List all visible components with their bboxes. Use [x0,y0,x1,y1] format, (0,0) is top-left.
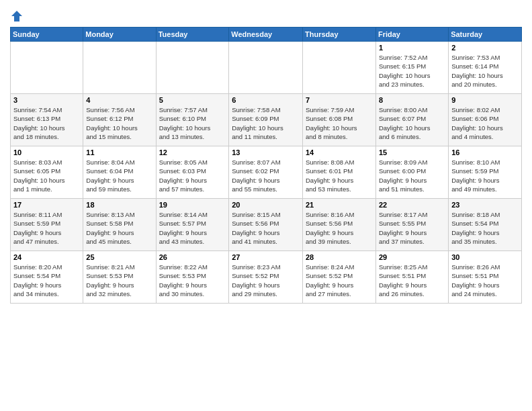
day-number: 16 [451,148,519,156]
calendar-day-cell: 17Sunrise: 8:11 AMSunset: 5:59 PMDayligh… [11,199,83,251]
day-info: Sunrise: 8:18 AMSunset: 5:54 PMDaylight:… [451,210,519,246]
day-info: Sunrise: 8:23 AMSunset: 5:52 PMDaylight:… [232,263,300,298]
day-number: 6 [232,96,300,104]
day-number: 22 [379,201,445,209]
day-info: Sunrise: 8:11 AMSunset: 5:59 PMDaylight:… [13,210,80,246]
day-number: 24 [13,253,80,261]
day-number: 13 [232,148,300,156]
calendar-day-cell: 15Sunrise: 8:09 AMSunset: 6:00 PMDayligh… [375,146,448,199]
calendar-week-row: 10Sunrise: 8:03 AMSunset: 6:05 PMDayligh… [11,146,522,199]
day-number: 3 [13,96,80,104]
day-number: 2 [451,44,519,52]
day-info: Sunrise: 8:07 AMSunset: 6:02 PMDaylight:… [232,158,300,193]
calendar-day-cell [83,42,156,94]
calendar-day-cell [302,42,375,94]
day-number: 9 [451,96,519,104]
day-number: 5 [159,96,226,104]
day-number: 23 [451,201,519,209]
calendar-week-row: 17Sunrise: 8:11 AMSunset: 5:59 PMDayligh… [11,199,522,251]
calendar-day-cell: 3Sunrise: 7:54 AMSunset: 6:13 PMDaylight… [11,94,83,146]
calendar-week-row: 24Sunrise: 8:20 AMSunset: 5:54 PMDayligh… [11,251,522,304]
day-info: Sunrise: 8:05 AMSunset: 6:03 PMDaylight:… [159,158,226,193]
day-number: 21 [306,201,373,209]
day-info: Sunrise: 8:03 AMSunset: 6:05 PMDaylight:… [13,158,80,193]
calendar-day-cell: 12Sunrise: 8:05 AMSunset: 6:03 PMDayligh… [156,146,229,199]
day-number: 12 [159,148,226,156]
day-info: Sunrise: 8:02 AMSunset: 6:06 PMDaylight:… [451,105,519,141]
calendar-day-cell: 9Sunrise: 8:02 AMSunset: 6:06 PMDaylight… [449,94,522,146]
calendar-day-cell: 13Sunrise: 8:07 AMSunset: 6:02 PMDayligh… [229,146,303,199]
day-number: 27 [232,253,300,261]
calendar-day-cell: 7Sunrise: 7:59 AMSunset: 6:08 PMDaylight… [302,94,375,146]
day-info: Sunrise: 7:53 AMSunset: 6:14 PMDaylight:… [451,53,519,89]
day-number: 7 [306,96,373,104]
calendar-day-cell: 14Sunrise: 8:08 AMSunset: 6:01 PMDayligh… [302,146,375,199]
logo [10,9,26,23]
day-number: 26 [159,253,226,261]
day-info: Sunrise: 8:20 AMSunset: 5:54 PMDaylight:… [13,263,80,298]
day-info: Sunrise: 8:09 AMSunset: 6:00 PMDaylight:… [379,158,445,193]
day-info: Sunrise: 8:22 AMSunset: 5:53 PMDaylight:… [159,263,226,298]
calendar-day-cell: 16Sunrise: 8:10 AMSunset: 5:59 PMDayligh… [449,146,522,199]
day-number: 14 [306,148,373,156]
calendar-header-row: SundayMondayTuesdayWednesdayThursdayFrid… [11,28,522,42]
day-info: Sunrise: 8:24 AMSunset: 5:52 PMDaylight:… [306,263,373,298]
day-info: Sunrise: 8:04 AMSunset: 6:04 PMDaylight:… [86,158,152,193]
header [10,7,522,23]
calendar-day-cell [229,42,303,94]
day-info: Sunrise: 8:21 AMSunset: 5:53 PMDaylight:… [86,263,152,298]
calendar-day-cell: 21Sunrise: 8:16 AMSunset: 5:56 PMDayligh… [302,199,375,251]
day-info: Sunrise: 8:26 AMSunset: 5:51 PMDaylight:… [451,263,519,298]
day-number: 20 [232,201,300,209]
logo-icon [10,9,24,23]
calendar-day-cell: 29Sunrise: 8:25 AMSunset: 5:51 PMDayligh… [375,251,448,304]
calendar-day-cell [11,42,83,94]
day-info: Sunrise: 8:15 AMSunset: 5:56 PMDaylight:… [232,210,300,246]
day-info: Sunrise: 8:16 AMSunset: 5:56 PMDaylight:… [306,210,373,246]
page: SundayMondayTuesdayWednesdayThursdayFrid… [0,0,532,411]
calendar-day-header: Saturday [449,28,522,42]
calendar-day-cell: 18Sunrise: 8:13 AMSunset: 5:58 PMDayligh… [83,199,156,251]
day-number: 8 [379,96,445,104]
calendar-day-cell: 30Sunrise: 8:26 AMSunset: 5:51 PMDayligh… [449,251,522,304]
calendar-day-cell: 27Sunrise: 8:23 AMSunset: 5:52 PMDayligh… [229,251,303,304]
day-info: Sunrise: 7:52 AMSunset: 6:15 PMDaylight:… [379,53,445,89]
day-number: 28 [306,253,373,261]
day-info: Sunrise: 7:59 AMSunset: 6:08 PMDaylight:… [306,105,373,141]
calendar-week-row: 1Sunrise: 7:52 AMSunset: 6:15 PMDaylight… [11,42,522,94]
calendar-day-cell: 11Sunrise: 8:04 AMSunset: 6:04 PMDayligh… [83,146,156,199]
day-number: 17 [13,201,80,209]
calendar-day-cell: 22Sunrise: 8:17 AMSunset: 5:55 PMDayligh… [375,199,448,251]
calendar-day-cell: 28Sunrise: 8:24 AMSunset: 5:52 PMDayligh… [302,251,375,304]
day-number: 18 [86,201,152,209]
calendar: SundayMondayTuesdayWednesdayThursdayFrid… [10,27,522,304]
day-info: Sunrise: 8:13 AMSunset: 5:58 PMDaylight:… [86,210,152,246]
day-info: Sunrise: 8:10 AMSunset: 5:59 PMDaylight:… [451,158,519,193]
day-number: 4 [86,96,152,104]
calendar-day-header: Thursday [302,28,375,42]
calendar-day-cell: 26Sunrise: 8:22 AMSunset: 5:53 PMDayligh… [156,251,229,304]
day-number: 1 [379,44,445,52]
day-info: Sunrise: 8:08 AMSunset: 6:01 PMDaylight:… [306,158,373,193]
calendar-day-cell: 20Sunrise: 8:15 AMSunset: 5:56 PMDayligh… [229,199,303,251]
day-number: 29 [379,253,445,261]
calendar-day-cell: 24Sunrise: 8:20 AMSunset: 5:54 PMDayligh… [11,251,83,304]
calendar-day-cell: 25Sunrise: 8:21 AMSunset: 5:53 PMDayligh… [83,251,156,304]
calendar-day-header: Sunday [11,28,83,42]
calendar-day-cell: 1Sunrise: 7:52 AMSunset: 6:15 PMDaylight… [375,42,448,94]
day-info: Sunrise: 7:54 AMSunset: 6:13 PMDaylight:… [13,105,80,141]
day-info: Sunrise: 7:58 AMSunset: 6:09 PMDaylight:… [232,105,300,141]
day-info: Sunrise: 8:14 AMSunset: 5:57 PMDaylight:… [159,210,226,246]
day-number: 19 [159,201,226,209]
calendar-week-row: 3Sunrise: 7:54 AMSunset: 6:13 PMDaylight… [11,94,522,146]
day-number: 10 [13,148,80,156]
calendar-day-cell: 6Sunrise: 7:58 AMSunset: 6:09 PMDaylight… [229,94,303,146]
day-info: Sunrise: 7:56 AMSunset: 6:12 PMDaylight:… [86,105,152,141]
day-info: Sunrise: 8:25 AMSunset: 5:51 PMDaylight:… [379,263,445,298]
day-number: 11 [86,148,152,156]
calendar-day-cell: 4Sunrise: 7:56 AMSunset: 6:12 PMDaylight… [83,94,156,146]
calendar-day-header: Wednesday [229,28,303,42]
day-number: 25 [86,253,152,261]
calendar-day-header: Monday [83,28,156,42]
day-info: Sunrise: 7:57 AMSunset: 6:10 PMDaylight:… [159,105,226,141]
